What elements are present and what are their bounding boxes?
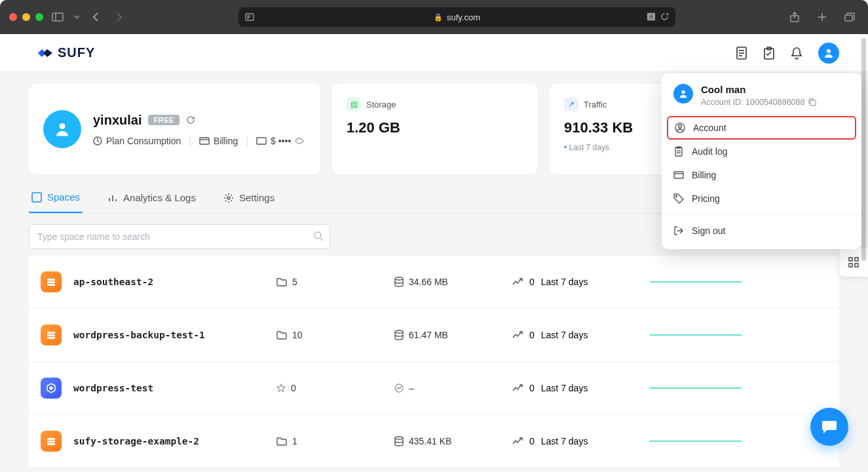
- bucket-icon: [41, 324, 62, 345]
- tasks-icon[interactable]: [763, 47, 775, 60]
- trend-icon: [512, 437, 523, 445]
- folder-icon: [276, 330, 287, 340]
- sparkline: [650, 432, 827, 450]
- menu-avatar: [673, 84, 693, 104]
- chevron-down-icon[interactable]: [72, 8, 81, 26]
- new-tab-icon[interactable]: [813, 8, 831, 26]
- account-menu: Cool man Account ID: 1000540886088 Accou…: [662, 73, 861, 249]
- svg-rect-60: [849, 264, 852, 267]
- back-button[interactable]: [86, 8, 105, 26]
- chat-fab[interactable]: [810, 408, 848, 446]
- svg-rect-59: [855, 258, 858, 261]
- search-input[interactable]: [29, 224, 330, 249]
- reader-icon[interactable]: [245, 13, 254, 21]
- minimize-window-icon[interactable]: [22, 13, 30, 21]
- svg-point-39: [50, 387, 52, 389]
- bucket-icon: [41, 431, 62, 452]
- svg-point-50: [679, 125, 681, 128]
- sparkline: [650, 326, 827, 344]
- menu-item-billing[interactable]: Billing: [662, 163, 861, 187]
- menu-item-audit[interactable]: Audit log: [662, 140, 861, 163]
- svg-point-27: [314, 232, 321, 239]
- folder-icon: [276, 277, 287, 286]
- address-bar[interactable]: 🔒 sufy.com 🅰︎: [238, 7, 675, 27]
- menu-display-name: Cool man: [701, 84, 816, 95]
- close-window-icon[interactable]: [9, 13, 17, 21]
- tab-settings[interactable]: Settings: [221, 191, 277, 213]
- chart-icon: [394, 384, 404, 393]
- lock-icon: 🔒: [434, 13, 443, 22]
- storage-value: 1.20 GB: [347, 119, 523, 136]
- logo-mark-icon: [37, 47, 54, 60]
- svg-rect-35: [47, 334, 55, 336]
- plan-consumption-link[interactable]: Plan Consumption: [93, 136, 181, 146]
- search-icon[interactable]: [313, 231, 324, 241]
- folder-icon: [276, 437, 287, 446]
- svg-point-45: [395, 437, 403, 439]
- svg-rect-19: [200, 138, 209, 144]
- tab-spaces[interactable]: Spaces: [29, 191, 83, 213]
- signout-icon: [673, 226, 684, 236]
- menu-item-account[interactable]: Account: [667, 116, 856, 140]
- svg-rect-42: [47, 438, 55, 440]
- browser-toolbar: 🔒 sufy.com 🅰︎: [0, 0, 868, 34]
- window-controls: [9, 13, 43, 21]
- trend-icon: [512, 384, 523, 392]
- bell-icon[interactable]: [791, 47, 802, 60]
- copy-icon[interactable]: [808, 98, 816, 106]
- tag-icon: [673, 193, 684, 204]
- svg-rect-31: [47, 284, 55, 286]
- brand-logo[interactable]: SUFY: [37, 45, 95, 60]
- space-row[interactable]: wordpress-backup-test-1 10 61.47 MB 0Las…: [29, 309, 839, 362]
- menu-item-pricing[interactable]: Pricing: [662, 187, 861, 210]
- bucket-icon: [41, 271, 62, 292]
- svg-rect-36: [47, 337, 55, 339]
- tab-analytics[interactable]: Analytics & Logs: [105, 191, 198, 213]
- docs-icon[interactable]: [736, 47, 747, 60]
- database-icon: [394, 330, 404, 340]
- profile-avatar[interactable]: [818, 43, 839, 64]
- svg-rect-22: [32, 193, 41, 202]
- user-avatar: [43, 110, 81, 148]
- refresh-icon[interactable]: [186, 115, 195, 125]
- search-input-wrapper: [29, 224, 330, 249]
- forward-button[interactable]: [110, 8, 128, 26]
- user-icon: [675, 123, 685, 133]
- svg-line-28: [320, 238, 323, 241]
- clipboard-icon: [673, 146, 684, 157]
- user-summary-card: yinxulai FREE Plan Consumption | Billing…: [29, 84, 320, 174]
- svg-rect-55: [674, 172, 683, 178]
- scrollbar[interactable]: [861, 38, 866, 261]
- space-row[interactable]: ap-southeast-2 5 34.66 MB 0Last 7 days: [29, 256, 839, 309]
- svg-rect-21: [257, 138, 266, 144]
- card-masked[interactable]: $ ••••: [256, 136, 304, 146]
- reload-icon[interactable]: [660, 12, 669, 22]
- billing-link[interactable]: Billing: [199, 136, 238, 146]
- svg-rect-44: [47, 443, 55, 445]
- svg-point-57: [676, 196, 677, 197]
- svg-rect-61: [855, 264, 858, 267]
- svg-rect-29: [47, 279, 55, 281]
- url-host: sufy.com: [447, 12, 480, 22]
- tabs-icon[interactable]: [840, 8, 859, 26]
- storage-stat-card: ▤Storage 1.20 GB: [332, 84, 538, 174]
- svg-point-16: [827, 49, 831, 53]
- space-row[interactable]: wordpress-test 0 – 0Last 7 days: [29, 362, 839, 415]
- share-icon[interactable]: [785, 8, 804, 26]
- svg-rect-0: [52, 13, 63, 21]
- trend-icon: [512, 331, 523, 339]
- svg-rect-43: [47, 441, 55, 442]
- sidebar-toggle-icon[interactable]: [48, 8, 67, 26]
- trend-icon: [512, 278, 523, 286]
- svg-rect-48: [810, 100, 816, 106]
- svg-point-17: [60, 123, 66, 129]
- app-header: SUFY: [0, 34, 868, 72]
- svg-rect-58: [849, 258, 852, 261]
- menu-account-id: Account ID: 1000540886088: [701, 98, 804, 107]
- brand-text: SUFY: [58, 45, 95, 60]
- card-icon: [673, 171, 684, 179]
- maximize-window-icon[interactable]: [35, 13, 43, 21]
- space-row[interactable]: sufy-storage-example-2 1 435.41 KB 0Last…: [29, 415, 839, 468]
- menu-item-signout[interactable]: Sign out: [662, 219, 861, 243]
- translate-icon[interactable]: 🅰︎: [647, 12, 655, 22]
